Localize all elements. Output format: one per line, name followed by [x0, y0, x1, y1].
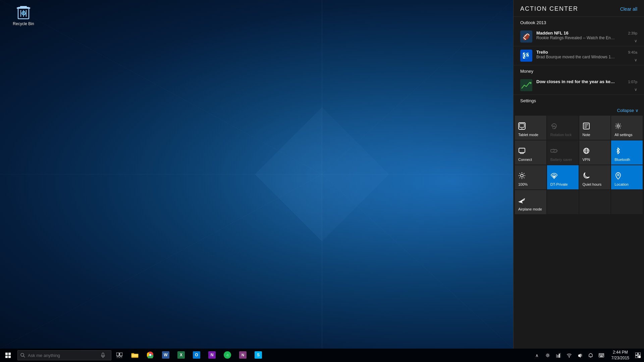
recycle-bin-label: Recycle Bin — [13, 21, 34, 26]
svg-rect-86 — [600, 355, 602, 356]
madden-expand[interactable]: ∨ — [634, 39, 637, 43]
taskbar-word[interactable]: W — [158, 349, 173, 362]
tablet-mode-label: Tablet mode — [518, 133, 538, 137]
svg-rect-78 — [560, 353, 561, 358]
taskbar-onenote[interactable]: N — [205, 349, 219, 362]
svg-rect-59 — [5, 353, 8, 355]
svg-rect-61 — [5, 356, 8, 358]
svg-point-79 — [569, 357, 569, 357]
task-view-button[interactable] — [113, 349, 126, 362]
rotation-lock-icon — [550, 122, 558, 131]
tray-hidden-icons[interactable]: ∧ — [532, 349, 542, 362]
taskbar-outlook[interactable]: O — [189, 349, 204, 362]
tray-network-icon[interactable] — [554, 349, 563, 362]
notification-center-button[interactable] — [632, 349, 644, 362]
svg-rect-92 — [638, 356, 641, 358]
empty-tile-1 — [547, 190, 579, 214]
svg-rect-69 — [117, 357, 119, 358]
tray-settings-icon[interactable] — [543, 349, 552, 362]
svg-rect-76 — [557, 355, 558, 358]
dow-notification[interactable]: Dow closes in red for the year as ke… 1:… — [514, 76, 644, 95]
taskbar-search-bar[interactable] — [17, 350, 111, 360]
svg-line-42 — [553, 151, 555, 153]
all-settings-tile[interactable]: All settings — [611, 116, 643, 140]
tray-wifi-icon[interactable] — [565, 349, 574, 362]
search-input[interactable] — [28, 353, 98, 358]
svg-rect-25 — [520, 79, 532, 91]
trello-expand[interactable]: ∨ — [634, 58, 637, 62]
rotation-lock-label: Rotation lock — [550, 133, 572, 137]
tray-notification-icon[interactable] — [586, 349, 595, 362]
madden-body: Rookie Ratings Revealed -- Watch the En… — [536, 36, 624, 40]
vpn-icon — [583, 147, 590, 156]
note-icon — [583, 122, 590, 131]
madden-content: Madden NFL 16 Rookie Ratings Revealed --… — [536, 31, 624, 40]
taskbar-skype[interactable]: S — [251, 349, 266, 362]
svg-line-64 — [23, 356, 25, 357]
dow-icon — [520, 79, 532, 91]
svg-text:O: O — [525, 54, 528, 58]
search-icon — [20, 353, 25, 358]
note-label: Note — [583, 133, 590, 137]
svg-point-73 — [149, 354, 151, 356]
taskbar-spotify[interactable]: ♫ — [220, 349, 235, 362]
taskbar-file-explorer[interactable] — [127, 349, 142, 362]
empty-tile-3 — [611, 190, 643, 214]
madden-notification[interactable]: 🏈 Madden NFL 16 Rookie Ratings Revealed … — [514, 27, 644, 46]
battery-saver-tile[interactable]: Battery saver — [547, 140, 579, 165]
connect-tile[interactable]: Connect — [515, 140, 546, 165]
recycle-bin-icon[interactable]: ♻ Recycle Bin — [10, 3, 37, 26]
note-tile[interactable]: Note — [579, 116, 611, 140]
taskbar-excel[interactable]: X — [174, 349, 189, 362]
bluetooth-label: Bluetooth — [614, 158, 630, 162]
svg-rect-40 — [557, 150, 558, 151]
all-settings-icon — [614, 122, 622, 131]
outlook-section-title: Outlook 2013 — [514, 17, 644, 27]
tablet-mode-tile[interactable]: Tablet mode — [515, 116, 546, 140]
microphone-icon — [101, 353, 105, 358]
airplane-mode-label: Airplane mode — [518, 207, 542, 212]
svg-point-57 — [553, 176, 555, 177]
svg-line-55 — [520, 177, 520, 178]
dt-private-icon — [550, 172, 558, 181]
svg-line-41 — [553, 149, 555, 151]
dt-private-tile[interactable]: DT-Private — [547, 165, 579, 189]
taskbar-onenote2[interactable]: N — [235, 349, 250, 362]
connect-label: Connect — [518, 158, 532, 162]
collapse-button[interactable]: Collapse ∨ — [617, 108, 639, 113]
bluetooth-icon — [614, 147, 622, 156]
system-tray: ∧ — [530, 349, 609, 362]
location-icon — [614, 172, 622, 181]
dow-expand[interactable]: ∨ — [634, 87, 637, 92]
clear-all-button[interactable]: Clear all — [620, 6, 637, 12]
trello-time: 9:40a — [628, 50, 637, 54]
svg-point-74 — [547, 355, 548, 356]
quiet-hours-icon — [583, 172, 590, 181]
svg-rect-62 — [8, 356, 11, 358]
brightness-tile[interactable]: 100% — [515, 165, 546, 189]
svg-rect-88 — [600, 356, 603, 357]
quiet-hours-label: Quiet hours — [583, 182, 602, 187]
svg-rect-85 — [599, 355, 600, 356]
tray-volume-icon[interactable] — [575, 349, 585, 362]
taskbar-chrome[interactable] — [143, 349, 158, 362]
money-section: Money Dow closes in red for the year as … — [514, 65, 644, 95]
taskbar-clock[interactable]: 2:44 PM 7/23/2015 — [609, 350, 632, 361]
madden-time: 2:39p — [628, 31, 637, 35]
madden-icon: 🏈 — [520, 31, 532, 43]
trello-notification[interactable]: O Trello Brad Bourque moved the card Win… — [514, 46, 644, 65]
svg-rect-70 — [120, 357, 122, 358]
quiet-hours-tile[interactable]: Quiet hours — [579, 165, 611, 189]
svg-rect-82 — [600, 354, 601, 355]
start-button[interactable] — [0, 349, 16, 362]
battery-saver-icon — [550, 147, 558, 156]
vpn-label: VPN — [583, 158, 590, 162]
money-section-title: Money — [514, 65, 644, 76]
tray-keyboard-icon[interactable] — [597, 349, 606, 362]
airplane-mode-tile[interactable]: Airplane mode — [515, 190, 546, 214]
rotation-lock-tile[interactable]: Rotation lock — [547, 116, 579, 140]
bluetooth-tile[interactable]: Bluetooth — [611, 140, 643, 165]
vpn-tile[interactable]: VPN — [579, 140, 611, 165]
location-tile[interactable]: Location — [611, 165, 643, 189]
svg-rect-84 — [602, 354, 603, 355]
